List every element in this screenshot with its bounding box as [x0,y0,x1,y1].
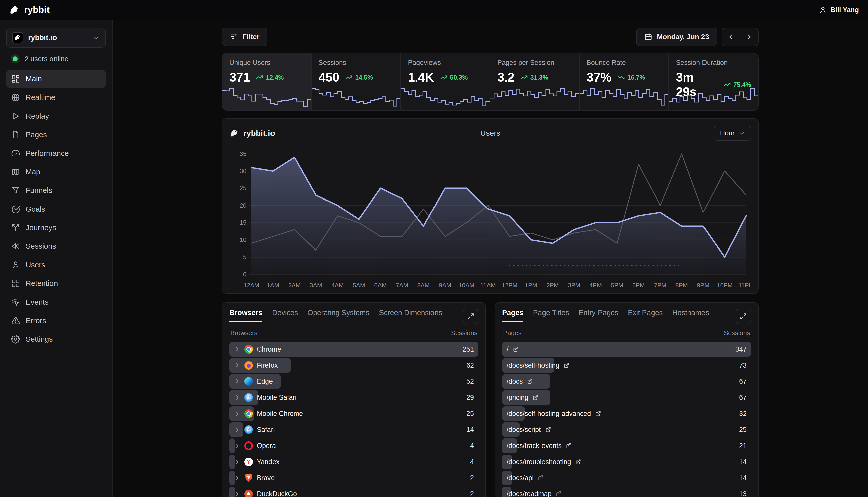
external-link-icon[interactable] [563,362,569,368]
sidebar-item-events[interactable]: Events [6,293,106,311]
svg-text:11AM: 11AM [480,282,496,289]
stat-card-bounce-rate[interactable]: Bounce Rate37%16.7% [580,53,669,110]
pages-tabs: PagesPage TitlesEntry PagesExit PagesHos… [502,309,751,324]
stat-value: 371 [229,70,250,85]
table-row[interactable]: /347 [502,342,751,357]
sidebar-item-label: Goals [26,205,45,213]
table-row[interactable]: Firefox62 [229,358,478,373]
shell: rybbit.io 2 users online MainRealtimeRep… [0,20,868,497]
table-row[interactable]: Mobile Chrome25 [229,406,478,421]
filter-button[interactable]: Filter [222,28,267,46]
chevron-down-icon [738,130,745,137]
tab-pages[interactable]: Pages [502,309,523,322]
table-row[interactable]: Chrome251 [229,342,478,357]
external-link-icon[interactable] [566,443,572,449]
external-link-icon [533,395,538,400]
column-label: Browsers [230,329,258,337]
sidebar-item-journeys[interactable]: Journeys [6,218,106,237]
table-row[interactable]: Brave2 [229,471,478,485]
sidebar-item-realtime[interactable]: Realtime [6,88,106,106]
table-row[interactable]: Yandex4 [229,455,478,469]
next-day-button[interactable] [740,28,758,46]
sidebar-item-users[interactable]: Users [6,256,106,274]
row-chevron-right-icon [234,474,240,481]
sidebar-item-map[interactable]: Map [6,163,106,181]
stat-label: Pageviews [408,59,483,67]
sidebar-item-main[interactable]: Main [6,70,106,88]
sidebar-item-label: Sessions [26,242,56,251]
external-link-icon [566,443,572,449]
tab-exit-pages[interactable]: Exit Pages [628,309,663,322]
chrome-browser-icon [244,345,253,354]
stat-card-sessions[interactable]: Sessions45014.5% [312,53,401,110]
external-link-icon[interactable] [555,491,562,497]
svg-text:4AM: 4AM [331,282,344,289]
chrome-browser-icon [244,409,253,418]
row-label: Edge [257,378,273,385]
browsers-expand-button[interactable] [463,309,478,324]
stat-card-pages-per-session[interactable]: Pages per Session3.231.3% [490,53,580,110]
external-link-icon[interactable] [545,427,551,433]
svg-text:3PM: 3PM [568,282,580,289]
yandex-browser-icon [244,457,253,466]
interval-select[interactable]: Hour [714,126,751,141]
external-link-icon[interactable] [538,475,544,481]
external-link-icon [527,379,533,384]
pages-expand-button[interactable] [736,309,751,324]
row-label: Opera [257,442,276,450]
table-row[interactable]: /docs/roadmap13 [502,487,751,497]
table-row[interactable]: /docs/track-events21 [502,438,751,453]
sidebar-item-settings[interactable]: Settings [6,330,106,348]
chart-title: Users [229,129,751,138]
prev-day-button[interactable] [722,28,740,46]
tab-entry-pages[interactable]: Entry Pages [579,309,618,322]
table-row[interactable]: /docs67 [502,374,751,389]
tab-browsers[interactable]: Browsers [229,309,262,322]
sidebar-item-performance[interactable]: Performance [6,144,106,162]
tab-screen-dimensions[interactable]: Screen Dimensions [379,309,442,322]
table-row[interactable]: Mobile Safari29 [229,390,478,405]
external-link-icon[interactable] [575,459,581,465]
table-row[interactable]: /docs/api14 [502,471,751,485]
table-row[interactable]: /docs/self-hosting-advanced32 [502,406,751,421]
external-link-icon[interactable] [512,346,519,352]
table-row[interactable]: /docs/self-hosting73 [502,358,751,373]
svg-text:10: 10 [240,237,246,243]
sidebar-item-retention[interactable]: Retention [6,274,106,293]
tab-page-titles[interactable]: Page Titles [533,309,569,322]
row-label: Mobile Safari [257,394,296,401]
brand[interactable]: rybbit [9,4,50,15]
table-row[interactable]: Opera4 [229,438,478,453]
external-link-icon[interactable] [533,395,538,400]
sidebar-item-funnels[interactable]: Funnels [6,181,106,199]
tab-operating-systems[interactable]: Operating Systems [307,309,370,322]
sidebar-item-pages[interactable]: Pages [6,126,106,144]
table-row[interactable]: /pricing67 [502,390,751,405]
site-selector[interactable]: rybbit.io [6,28,106,48]
table-row[interactable]: /docs/script25 [502,422,751,437]
external-link-icon[interactable] [527,379,533,384]
sessions-icon [11,242,20,251]
opera-browser-icon [244,441,253,450]
stat-card-session-duration[interactable]: Session Duration3m 29s75.4% [669,53,758,110]
table-row[interactable]: /docs/troubleshooting14 [502,455,751,469]
external-link-icon[interactable] [595,411,601,416]
table-row[interactable]: Safari14 [229,422,478,437]
stat-card-pageviews[interactable]: Pageviews1.4K50.3% [401,53,490,110]
date-picker-button[interactable]: Monday, Jun 23 [636,28,717,46]
stat-card-unique-users[interactable]: Unique Users37112.4% [222,53,312,110]
tab-hostnames[interactable]: Hostnames [672,309,709,322]
table-row[interactable]: DuckDuckGo2 [229,487,478,497]
sidebar-item-errors[interactable]: Errors [6,312,106,330]
sidebar-item-goals[interactable]: Goals [6,200,106,218]
table-row[interactable]: Edge52 [229,374,478,389]
chart-header: rybbit.io Users Hour [229,125,751,142]
sidebar-item-replay[interactable]: Replay [6,107,106,125]
row-value: 67 [739,378,747,385]
user-menu[interactable]: Bill Yang [819,6,859,14]
svg-text:11PM: 11PM [739,282,750,289]
ddg-browser-icon [244,490,253,497]
sidebar-item-label: Main [26,75,42,83]
sidebar-item-sessions[interactable]: Sessions [6,237,106,255]
tab-devices[interactable]: Devices [272,309,298,322]
